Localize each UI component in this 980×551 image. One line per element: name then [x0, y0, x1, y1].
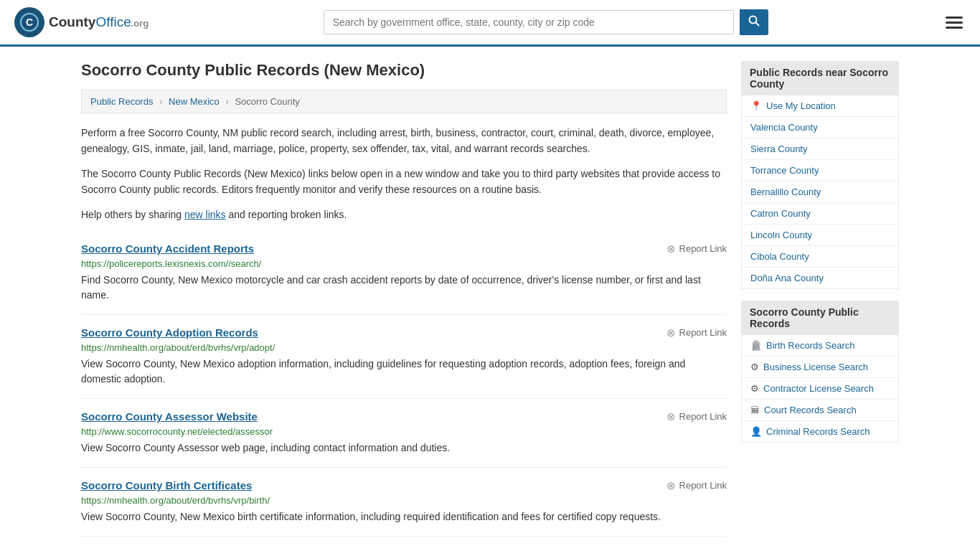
- record-entry: Socorro County Accident Reports ⊗ Report…: [81, 231, 727, 315]
- nearby-section: Public Records near Socorro County 📍Use …: [741, 61, 899, 289]
- report-link-button[interactable]: ⊗ Report Link: [666, 326, 727, 339]
- location-icon: 📍: [750, 100, 762, 111]
- record-header: Socorro County Adoption Records ⊗ Report…: [81, 326, 727, 339]
- record-title[interactable]: Socorro County Assessor Website: [81, 410, 258, 423]
- nearby-county-link[interactable]: Lincoln County: [742, 225, 898, 246]
- record-link-icon: 🏛: [750, 405, 760, 415]
- record-link-item[interactable]: 🪦Birth Records Search: [742, 335, 898, 357]
- nearby-county-link[interactable]: Torrance County: [742, 160, 898, 182]
- logo: C CountyOffice.org: [14, 7, 149, 37]
- description-1: Perform a free Socorro County, NM public…: [81, 125, 727, 157]
- breadcrumb-sep-2: ›: [225, 96, 228, 107]
- breadcrumb-sep-1: ›: [159, 96, 162, 107]
- record-header: Socorro County Birth Certificates ⊗ Repo…: [81, 479, 727, 492]
- description-3: Help others by sharing new links and rep…: [81, 207, 727, 222]
- nearby-county-link[interactable]: Valencia County: [742, 117, 898, 138]
- record-link-icon: 👤: [750, 426, 762, 437]
- record-desc: View Socorro County Assessor web page, i…: [81, 441, 727, 456]
- record-desc: View Socorro County, New Mexico adoption…: [81, 357, 727, 387]
- record-desc: Find Socorro County, New Mexico motorcyc…: [81, 273, 727, 303]
- records-section: Socorro County Public Records 🪦Birth Rec…: [741, 301, 899, 443]
- report-link-label: Report Link: [679, 480, 727, 491]
- nearby-county-name: Lincoln County: [750, 230, 812, 240]
- site-header: C CountyOffice.org: [0, 0, 980, 47]
- svg-line-3: [755, 23, 759, 27]
- report-link-label: Report Link: [679, 243, 727, 254]
- svg-point-2: [749, 17, 756, 24]
- record-entry: Socorro County Adoption Records ⊗ Report…: [81, 315, 727, 399]
- report-icon: ⊗: [666, 410, 676, 423]
- nearby-county-name: Bernalillo County: [750, 187, 821, 197]
- record-link-icon: ⚙: [750, 362, 759, 372]
- nearby-county-link[interactable]: Sierra County: [742, 138, 898, 160]
- record-url[interactable]: http://www.socorrocounty.net/elected/ass…: [81, 426, 727, 437]
- breadcrumb-public-records[interactable]: Public Records: [90, 96, 153, 107]
- record-header: Socorro County Accident Reports ⊗ Report…: [81, 242, 727, 255]
- nearby-county-link[interactable]: Cibola County: [742, 246, 898, 268]
- record-link-item[interactable]: 🏛Court Records Search: [742, 400, 898, 421]
- nearby-county-link[interactable]: Bernalillo County: [742, 182, 898, 203]
- search-input[interactable]: [324, 10, 734, 34]
- breadcrumb-current: Socorro County: [235, 96, 299, 107]
- record-title[interactable]: Socorro County Accident Reports: [81, 242, 254, 255]
- report-link-label: Report Link: [679, 327, 727, 338]
- record-entry: Socorro County Assessor Website ⊗ Report…: [81, 399, 727, 468]
- record-link-icon: 🪦: [750, 340, 762, 351]
- main-container: Socorro County Public Records (New Mexic…: [67, 47, 913, 551]
- record-url[interactable]: https://nmhealth.org/about/erd/bvrhs/vrp…: [81, 495, 727, 506]
- record-link-label: Contractor License Search: [763, 383, 874, 394]
- record-title[interactable]: Socorro County Birth Certificates: [81, 479, 252, 491]
- content-area: Socorro County Public Records (New Mexic…: [81, 61, 727, 537]
- record-link-item[interactable]: 👤Criminal Records Search: [742, 421, 898, 442]
- sidebar: Public Records near Socorro County 📍Use …: [741, 61, 899, 537]
- report-link-label: Report Link: [679, 411, 727, 422]
- nearby-county-name: Valencia County: [750, 122, 818, 133]
- report-icon: ⊗: [666, 326, 676, 339]
- report-icon: ⊗: [666, 479, 676, 492]
- records-list: Socorro County Accident Reports ⊗ Report…: [81, 231, 727, 537]
- use-my-location-link[interactable]: 📍Use My Location: [742, 95, 898, 117]
- svg-text:C: C: [26, 17, 33, 28]
- use-my-location-label: Use My Location: [766, 100, 836, 111]
- search-area: [324, 9, 768, 35]
- record-links-list: 🪦Birth Records Search⚙Business License S…: [741, 335, 899, 443]
- records-section-title: Socorro County Public Records: [741, 301, 899, 335]
- breadcrumb-new-mexico[interactable]: New Mexico: [169, 96, 220, 107]
- page-title: Socorro County Public Records (New Mexic…: [81, 61, 727, 80]
- menu-button[interactable]: [943, 14, 966, 32]
- nearby-county-name: Cibola County: [750, 251, 809, 262]
- nearby-title: Public Records near Socorro County: [741, 61, 899, 95]
- new-links-link[interactable]: new links: [184, 209, 226, 220]
- logo-icon: C: [14, 7, 44, 37]
- search-button[interactable]: [740, 9, 768, 35]
- record-header: Socorro County Assessor Website ⊗ Report…: [81, 410, 727, 423]
- breadcrumb: Public Records › New Mexico › Socorro Co…: [81, 90, 727, 113]
- description-2: The Socorro County Public Records (New M…: [81, 166, 727, 198]
- logo-text: CountyOffice.org: [49, 14, 149, 30]
- nearby-county-link[interactable]: Doña Ana County: [742, 268, 898, 288]
- record-link-icon: ⚙: [750, 383, 759, 394]
- record-link-label: Court Records Search: [764, 405, 857, 415]
- record-link-item[interactable]: ⚙Business License Search: [742, 357, 898, 378]
- report-link-button[interactable]: ⊗ Report Link: [666, 410, 727, 423]
- nearby-county-name: Doña Ana County: [750, 273, 824, 283]
- record-link-label: Business License Search: [763, 362, 868, 372]
- record-link-label: Birth Records Search: [766, 340, 855, 351]
- record-title[interactable]: Socorro County Adoption Records: [81, 326, 258, 339]
- nearby-county-name: Torrance County: [750, 165, 819, 176]
- report-link-button[interactable]: ⊗ Report Link: [666, 479, 727, 492]
- nearby-county-name: Sierra County: [750, 143, 807, 154]
- nearby-links: 📍Use My LocationValencia CountySierra Co…: [741, 95, 899, 289]
- record-link-item[interactable]: ⚙Contractor License Search: [742, 378, 898, 400]
- nearby-county-name: Catron County: [750, 208, 811, 219]
- record-link-label: Criminal Records Search: [766, 426, 870, 437]
- report-link-button[interactable]: ⊗ Report Link: [666, 242, 727, 255]
- record-entry: Socorro County Birth Certificates ⊗ Repo…: [81, 468, 727, 537]
- record-url[interactable]: https://nmhealth.org/about/erd/bvrhs/vrp…: [81, 342, 727, 353]
- report-icon: ⊗: [666, 242, 676, 255]
- record-url[interactable]: https://policereports.lexisnexis.com//se…: [81, 258, 727, 269]
- record-desc: View Socorro County, New Mexico birth ce…: [81, 509, 727, 524]
- nearby-county-link[interactable]: Catron County: [742, 203, 898, 225]
